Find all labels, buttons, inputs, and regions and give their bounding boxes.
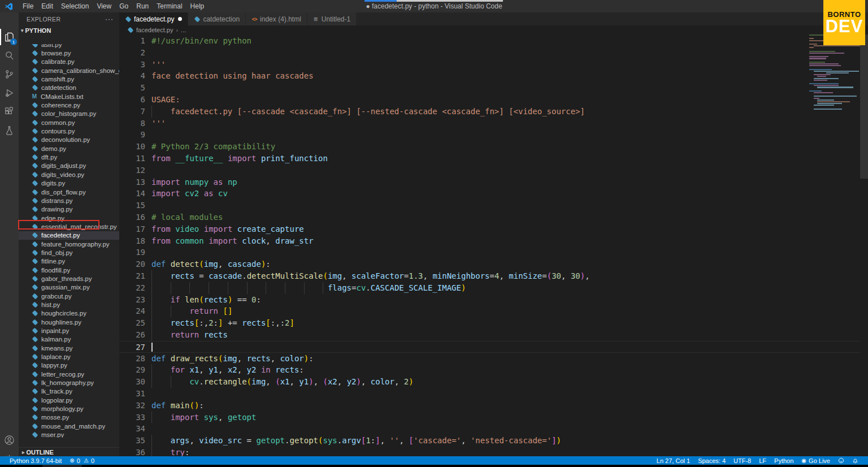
tab-catdetection[interactable]: catdetection — [188, 12, 246, 25]
file-item-letter_recog.py[interactable]: letter_recog.py — [19, 370, 119, 378]
status-lf[interactable]: LF — [755, 456, 770, 465]
code-line-30[interactable]: 30 cv.rectangle(img, (x1, y1), (x2, y2),… — [119, 376, 860, 388]
problems-status[interactable]: ⊗ 0 ⚠ 0 — [66, 456, 98, 465]
file-item-calibrate.py[interactable]: calibrate.py — [19, 58, 119, 66]
folder-section-python[interactable]: ▾ PYTHON — [19, 26, 119, 35]
code-line-7[interactable]: 7 facedetect.py [--cascade <cascade_fn>]… — [119, 106, 860, 118]
file-item-mser.py[interactable]: mser.py — [19, 430, 119, 438]
file-item-contours.py[interactable]: contours.py — [19, 127, 119, 135]
code-line-24[interactable]: 24 return [] — [119, 305, 860, 317]
file-item-kmeans.py[interactable]: kmeans.py — [19, 344, 119, 352]
file-item-houghcircles.py[interactable]: houghcircles.py — [19, 309, 119, 318]
explorer-actions-icon[interactable]: ··· — [105, 15, 114, 23]
file-item-feature_homography.py[interactable]: feature_homography.py — [19, 240, 119, 248]
code-line-26[interactable]: 26 return rects — [119, 329, 860, 341]
tab-index-4-html[interactable]: <>index (4).html — [246, 12, 307, 25]
file-item-laplace.py[interactable]: laplace.py — [19, 352, 119, 361]
code-line-19[interactable]: 19 — [119, 247, 860, 258]
editor-scrollbar[interactable] — [860, 34, 868, 179]
code-line-10[interactable]: 10# Python 2/3 compatibility — [119, 141, 860, 153]
account-icon[interactable] — [0, 431, 19, 449]
file-item-drawing.py[interactable]: drawing.py — [19, 205, 119, 214]
file-item-digits.py[interactable]: digits.py — [19, 179, 119, 188]
menu-file[interactable]: File — [19, 1, 37, 12]
file-item-color_histogram.py[interactable]: color_histogram.py — [19, 110, 119, 118]
code-line-15[interactable]: 15 — [119, 200, 860, 211]
code-line-23[interactable]: 23 if len(rects) == 0: — [119, 294, 860, 306]
code-line-4[interactable]: 4face detection using haar cascades — [119, 70, 860, 82]
file-item-distrans.py[interactable]: distrans.py — [19, 196, 119, 205]
code-line-36[interactable]: 36 try: — [119, 447, 860, 456]
code-line-3[interactable]: 3''' — [119, 59, 860, 71]
file-item-fitline.py[interactable]: fitline.py — [19, 257, 119, 266]
file-item-logpolar.py[interactable]: logpolar.py — [19, 396, 119, 404]
feedback-icon[interactable] — [834, 456, 848, 465]
status-ln-27-col-1[interactable]: Ln 27, Col 1 — [653, 456, 694, 465]
breadcrumb[interactable]: facedetect.py › ... — [119, 25, 868, 34]
file-item-camera_calibration_show_extrinsics.py[interactable]: camera_calibration_show_extrinsics.py — [19, 66, 119, 75]
code-line-1[interactable]: 1#!/usr/bin/env python — [119, 35, 860, 47]
file-item-digits_video.py[interactable]: digits_video.py — [19, 170, 119, 179]
code-line-21[interactable]: 21 rects = cascade.detectMultiScale(img,… — [119, 270, 860, 282]
status-python[interactable]: Python — [770, 456, 797, 465]
file-item-houghlines.py[interactable]: houghlines.py — [19, 318, 119, 326]
menu-selection[interactable]: Selection — [57, 1, 93, 12]
go-live-status[interactable]: ◉ Go Live — [797, 456, 834, 465]
file-item-facedetect.py[interactable]: facedetect.py — [19, 231, 119, 240]
file-item-catdetection[interactable]: catdetection — [19, 84, 119, 92]
file-item-coherence.py[interactable]: coherence.py — [19, 101, 119, 109]
video-progress-bar[interactable] — [364, 0, 503, 2]
file-item-inpaint.py[interactable]: inpaint.py — [19, 326, 119, 335]
menu-help[interactable]: Help — [186, 1, 209, 12]
code-line-5[interactable]: 5 — [119, 82, 860, 94]
file-item-morphology.py[interactable]: morphology.py — [19, 404, 119, 413]
code-line-32[interactable]: 32def main(): — [119, 400, 860, 412]
notifications-bell-icon[interactable] — [848, 456, 862, 465]
file-item-browse.py[interactable]: browse.py — [19, 49, 119, 57]
code-line-34[interactable]: 34 — [119, 423, 860, 435]
code-line-18[interactable]: 18from common import clock, draw_str — [119, 235, 860, 247]
file-item-lk_homography.py[interactable]: lk_homography.py — [19, 378, 119, 387]
modified-dot-icon[interactable] — [178, 17, 182, 21]
code-line-9[interactable]: 9 — [119, 129, 860, 141]
tab-untitled-1[interactable]: ≣Untitled-1 — [307, 12, 357, 25]
code-line-22[interactable]: 22 flags=cv.CASCADE_SCALE_IMAGE) — [119, 282, 860, 294]
menu-run[interactable]: Run — [132, 1, 153, 12]
python-interpreter-status[interactable]: Python 3.9.7 64-bit — [6, 456, 66, 465]
menu-terminal[interactable]: Terminal — [153, 1, 186, 12]
code-line-12[interactable]: 12 — [119, 165, 860, 176]
file-item-find_obj.py[interactable]: find_obj.py — [19, 248, 119, 257]
file-item-common.py[interactable]: common.py — [19, 118, 119, 127]
code-editor[interactable]: 1#!/usr/bin/env python23'''4face detecti… — [119, 34, 868, 456]
menu-view[interactable]: View — [93, 1, 115, 12]
menu-go[interactable]: Go — [115, 1, 132, 12]
code-line-31[interactable]: 31 — [119, 388, 860, 400]
file-item-dft.py[interactable]: dft.py — [19, 153, 119, 161]
source-control-icon[interactable] — [0, 65, 19, 84]
code-line-29[interactable]: 29 for x1, y1, x2, y2 in rects: — [119, 364, 860, 376]
outline-section[interactable]: ▸ OUTLINE — [19, 447, 119, 456]
search-icon[interactable] — [0, 46, 19, 65]
file-item-gaussian_mix.py[interactable]: gaussian_mix.py — [19, 283, 119, 292]
file-item-mosse.py[interactable]: mosse.py — [19, 413, 119, 422]
file-item-camshift.py[interactable]: camshift.py — [19, 75, 119, 83]
code-line-6[interactable]: 6USAGE: — [119, 94, 860, 106]
code-line-13[interactable]: 13import numpy as np — [119, 176, 860, 188]
status-utf-8[interactable]: UTF-8 — [730, 456, 755, 465]
file-item-CMakeLists.txt[interactable]: MCMakeLists.txt — [19, 92, 119, 101]
code-line-28[interactable]: 28def draw_rects(img, rects, color): — [119, 353, 860, 365]
code-line-2[interactable]: 2 — [119, 47, 860, 59]
file-item-gabor_threads.py[interactable]: gabor_threads.py — [19, 274, 119, 283]
minimap[interactable] — [809, 34, 860, 204]
file-item-lappyr.py[interactable]: lappyr.py — [19, 361, 119, 370]
extensions-icon[interactable] — [0, 102, 19, 121]
code-line-33[interactable]: 33 import sys, getopt — [119, 412, 860, 423]
file-item-deconvolution.py[interactable]: deconvolution.py — [19, 136, 119, 144]
code-line-16[interactable]: 16# local modules — [119, 211, 860, 223]
code-line-14[interactable]: 14import cv2 as cv — [119, 188, 860, 200]
file-item-kalman.py[interactable]: kalman.py — [19, 335, 119, 344]
testing-icon[interactable] — [0, 121, 19, 140]
code-line-17[interactable]: 17from video import create_capture — [119, 223, 860, 235]
file-item-lk_track.py[interactable]: lk_track.py — [19, 387, 119, 396]
code-line-11[interactable]: 11from __future__ import print_function — [119, 153, 860, 165]
